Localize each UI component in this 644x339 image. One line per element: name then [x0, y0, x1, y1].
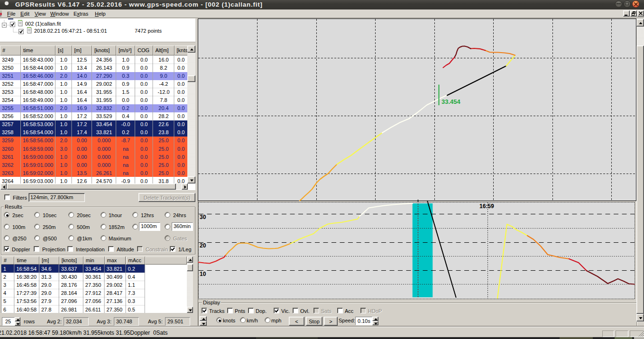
svg-text:16:59: 16:59: [479, 203, 494, 210]
svg-text:30: 30: [200, 214, 206, 220]
svg-text:20: 20: [200, 242, 206, 249]
svg-text:10: 10: [200, 271, 206, 277]
svg-text:33.454: 33.454: [442, 98, 461, 105]
